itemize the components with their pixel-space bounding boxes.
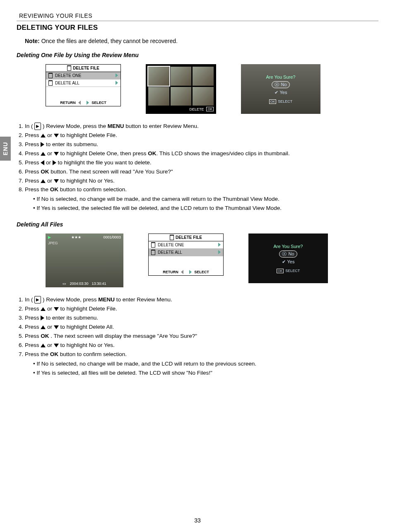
section2-steps: In ( ▶ ) Review Mode, press MENU to ente… [17,296,378,377]
note-line: Note: Once the files are deleted, they c… [25,38,378,44]
down-arrow-icon [54,134,59,137]
page-heading: DELETING YOUR FILES [17,24,378,32]
menu-footer: RETURN SELECT [149,269,223,275]
confirm-select-label: SELECT [285,269,300,273]
review-mode-icon: ▶ [34,296,41,303]
thumb[interactable] [148,87,169,106]
breadcrumb: REVIEWING YOUR FILES [17,12,378,19]
confirm-question: Are You Sure? [274,244,303,249]
down-arrow-icon [54,152,59,156]
right-arrow-icon [41,315,44,320]
step-bullet: If No is selected, no change will be mad… [33,360,378,368]
note-label: Note: [25,38,40,44]
section1-title: Deleting One File by Using the Review Me… [17,52,378,58]
menu-footer: RETURN SELECT [46,99,120,106]
down-arrow-icon [54,179,59,183]
step-item: Press to enter its submenu. [25,314,378,323]
left-arrow-icon [78,101,81,105]
right-arrow-icon [41,142,44,147]
down-arrow-icon [54,307,59,311]
side-tab-label: ENU [2,142,9,156]
confirm-question: Are You Sure? [266,75,296,79]
step-item: Press to enter its submenu. [25,140,378,149]
preview-counter: 0001/0003 [103,235,121,239]
up-arrow-icon [41,134,46,137]
confirm-yes-option[interactable]: ✔Yes [275,90,287,95]
trash-icon [151,242,155,248]
preview-time: 13:30:41 [92,282,106,286]
step-item: In ( ▶ ) Review Mode, press the MENU but… [25,122,378,131]
preview-box: ▶ ★★★ 0001/0003 JPEG ▭2004:03:3013:30:41 [46,234,123,287]
menu-title: DELETE FILE [149,234,223,241]
review-mode-icon: ▶ [34,123,41,130]
preview-date: 2004:03:30 [70,282,88,286]
menu-item-delete-one[interactable]: DELETE ONE [46,72,120,79]
step-item: Press the OK button to confirm selection… [25,350,378,378]
menu-title: DELETE FILE [46,65,120,72]
left-arrow-icon [181,270,183,274]
right-arrow-icon [189,270,192,274]
ok-icon: OK [269,99,277,104]
trash-icon [48,80,53,86]
step-item: Press or to highlight Delete File. [25,131,378,140]
down-arrow-icon [54,325,59,329]
confirm-no-option[interactable]: ⓧNo [272,81,289,88]
menu-item-delete-all[interactable]: DELETE ALL [149,249,223,256]
trash-icon [67,65,71,71]
thumb[interactable] [171,87,192,106]
camera-icon: ▭ [63,282,66,286]
menu-item-delete-one[interactable]: DELETE ONE [149,241,223,249]
left-arrow-icon [41,160,44,165]
thumb[interactable] [148,67,169,86]
page-number: 33 [0,517,395,524]
rule [17,21,378,21]
thumb[interactable] [193,67,214,86]
confirm-dialog: Are You Sure? ⓧNo ✔Yes OKSELECT [248,234,328,283]
step-item: Press OK . The next screen will display … [25,332,378,341]
right-arrow-icon [87,101,89,105]
step-item: Press OK button. The next screen will re… [25,168,378,176]
trash-icon [170,235,174,240]
delete-file-menu: DELETE FILE DELETE ONE DELETE ALL RETURN… [148,234,224,276]
step-bullet: If No is selected, no change will be mad… [33,195,378,204]
note-text: Once the files are deleted, they cannot … [40,38,178,44]
section1-steps: In ( ▶ ) Review Mode, press the MENU but… [17,122,378,213]
thumb-delete-label: DELETE [189,107,204,111]
play-icon: ▶ [48,235,51,239]
step-item: Press the OK button to confirm selection… [25,185,378,213]
step-item: Press or to highlight the file you want … [25,159,378,167]
side-tab: ENU [0,137,11,161]
right-arrow-icon [53,160,56,165]
ok-icon: OK [277,269,284,273]
up-arrow-icon [41,307,46,311]
confirm-yes-option[interactable]: ✔Yes [282,259,295,265]
step-item: Press or to highlight Delete All. [25,323,378,332]
trash-icon [48,73,53,78]
section2-title: Deleting All Files [17,221,378,228]
step-item: Press or to highlight No or Yes. [25,177,378,185]
confirm-select-label: SELECT [278,99,292,104]
ok-icon: OK [206,107,214,111]
down-arrow-icon [54,344,59,347]
trash-icon [151,250,155,255]
up-arrow-icon [41,179,46,183]
confirm-dialog: Are You Sure? ⓧNo ✔Yes OKSELECT [241,64,320,114]
step-item: Press or to highlight No or Yes. [25,341,378,350]
up-arrow-icon [41,344,46,347]
confirm-no-option[interactable]: ⓧNo [279,250,297,258]
step-item: Press or to highlight Delete File. [25,305,378,313]
menu-item-delete-all[interactable]: DELETE ALL [46,79,120,87]
thumb[interactable] [171,67,192,86]
step-bullet: If Yes is selected, all files will be de… [33,369,378,378]
up-arrow-icon [41,152,46,156]
step-item: Press or to highlight Delete One, then p… [25,149,378,158]
thumbnail-grid: DELETEOK [146,64,216,114]
thumb[interactable] [193,87,214,106]
up-arrow-icon [41,325,46,329]
preview-format: JPEG [48,241,58,245]
delete-file-menu: DELETE FILE DELETE ONE DELETE ALL RETURN… [46,64,121,106]
rating-stars: ★★★ [71,235,81,239]
step-item: In ( ▶ ) Review Mode, press MENU to ente… [25,296,378,304]
step-bullet: If Yes is selected, the selected file wi… [33,204,378,213]
